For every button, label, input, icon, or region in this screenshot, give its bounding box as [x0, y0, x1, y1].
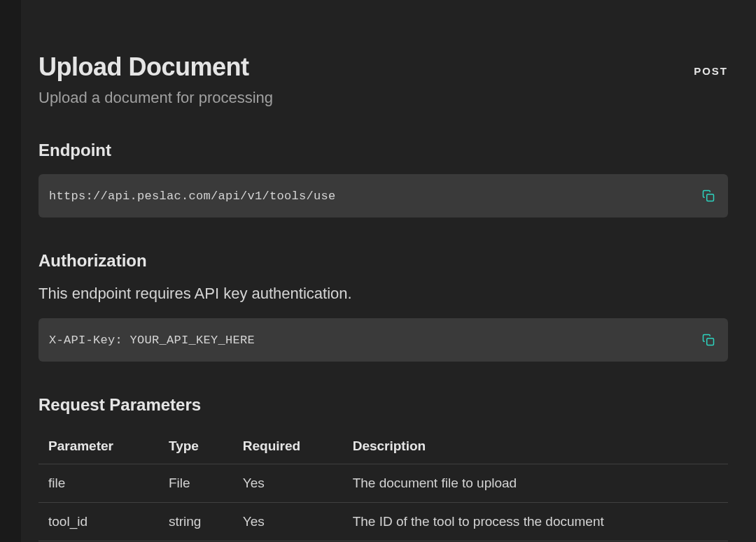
page-title: Upload Document [38, 52, 273, 82]
http-method-badge: POST [694, 52, 728, 77]
authorization-description: This endpoint requires API key authentic… [38, 285, 728, 303]
svg-rect-1 [707, 338, 714, 345]
endpoint-code-block: https://api.peslac.com/api/v1/tools/use [38, 174, 728, 217]
column-required: Required [233, 429, 343, 464]
cell-required: Yes [233, 464, 343, 503]
copy-endpoint-button[interactable] [699, 187, 718, 205]
authorization-code-block: X-API-Key: YOUR_API_KEY_HERE [38, 318, 728, 362]
parameters-section: Request Parameters Parameter Type Requir… [38, 395, 728, 541]
column-description: Description [343, 429, 728, 464]
cell-param: tool_id [38, 503, 159, 541]
page-subtitle: Upload a document for processing [38, 89, 273, 107]
cell-required: Yes [233, 503, 343, 541]
copy-authorization-button[interactable] [699, 331, 718, 349]
authorization-heading: Authorization [38, 251, 728, 271]
endpoint-heading: Endpoint [38, 141, 728, 160]
table-row: file File Yes The document file to uploa… [38, 464, 728, 503]
parameters-heading: Request Parameters [38, 395, 728, 415]
page-header: Upload Document Upload a document for pr… [38, 52, 728, 107]
cell-type: File [159, 464, 233, 503]
authorization-section: Authorization This endpoint requires API… [38, 251, 728, 362]
cell-description: The ID of the tool to process the docume… [343, 503, 728, 541]
cell-type: string [159, 503, 233, 541]
copy-icon [702, 190, 715, 202]
cell-param: file [38, 464, 159, 503]
endpoint-section: Endpoint https://api.peslac.com/api/v1/t… [38, 141, 728, 217]
table-header-row: Parameter Type Required Description [38, 429, 728, 464]
authorization-code: X-API-Key: YOUR_API_KEY_HERE [49, 334, 255, 347]
cell-description: The document file to upload [343, 464, 728, 503]
column-parameter: Parameter [38, 429, 159, 464]
endpoint-url: https://api.peslac.com/api/v1/tools/use [49, 190, 336, 203]
table-row: tool_id string Yes The ID of the tool to… [38, 503, 728, 541]
column-type: Type [159, 429, 233, 464]
svg-rect-0 [707, 194, 714, 201]
copy-icon [702, 334, 715, 346]
parameters-table: Parameter Type Required Description file… [38, 429, 728, 541]
